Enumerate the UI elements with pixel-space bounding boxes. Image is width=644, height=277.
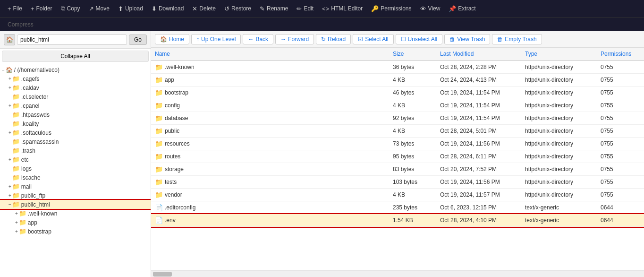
- copy-button[interactable]: ⧉ Copy: [57, 3, 84, 14]
- go-button[interactable]: Go: [129, 35, 147, 45]
- expand-cpanel-icon[interactable]: +: [8, 103, 11, 108]
- folder-row-icon: 📁: [155, 89, 163, 96]
- tree-item-htpasswds[interactable]: 📁 .htpasswds: [0, 110, 151, 119]
- file-name-label: vendor: [165, 191, 182, 198]
- cell-permissions: 0755: [597, 176, 644, 189]
- rename-button[interactable]: ✎ Rename: [256, 3, 292, 14]
- tree-item-root[interactable]: − 🏠 / (/home/nativeco): [0, 66, 151, 74]
- home-nav-button[interactable]: 🏠 Home: [155, 34, 189, 44]
- tree-item-caldav[interactable]: + 📁 .caldav: [0, 83, 151, 92]
- cell-size: 1.54 KB: [389, 214, 436, 227]
- cell-size: 95 bytes: [389, 150, 436, 163]
- tree-item-cagefs[interactable]: + 📁 .cagefs: [0, 74, 151, 83]
- col-size[interactable]: Size: [389, 48, 436, 61]
- expand-public-ftp-icon[interactable]: +: [8, 193, 11, 198]
- folder-icon: 📁: [12, 156, 20, 163]
- view-button[interactable]: 👁 View: [416, 3, 444, 14]
- view-icon: 👁: [420, 5, 426, 12]
- col-name[interactable]: Name: [151, 48, 389, 61]
- expand-well-known-sub-icon[interactable]: +: [15, 211, 18, 216]
- file-content: 🏠 Home ↑ Up One Level ← Back → Forward ↻…: [151, 31, 644, 277]
- main-toolbar: + File + Folder ⧉ Copy ↗ Move ⬆ Upload ⬇…: [0, 0, 644, 17]
- tree-item-logs[interactable]: 📁 logs: [0, 164, 151, 173]
- tree-item-cl-selector[interactable]: 📁 .cl.selector: [0, 92, 151, 101]
- compress-button[interactable]: Compress: [4, 19, 37, 30]
- expand-mail-icon[interactable]: +: [8, 184, 11, 189]
- table-row[interactable]: 📁 .well-known 36 bytes Oct 28, 2024, 2:2…: [151, 61, 644, 74]
- col-permissions[interactable]: Permissions: [597, 48, 644, 61]
- folder-row-icon: 📁: [155, 63, 163, 71]
- tree-item-bootstrap-sub[interactable]: + 📁 bootstrap: [0, 227, 151, 236]
- reload-button[interactable]: ↻ Reload: [316, 34, 351, 44]
- tree-item-cpanel[interactable]: + 📁 .cpanel: [0, 101, 151, 110]
- folder-icon: 📁: [19, 228, 26, 235]
- folder-icon: 📁: [12, 93, 20, 100]
- extract-icon: 📌: [449, 5, 456, 12]
- collapse-all-button[interactable]: Collapse All: [2, 51, 149, 62]
- upload-button[interactable]: ⬆ Upload: [114, 3, 147, 14]
- table-row[interactable]: 📁 bootstrap 46 bytes Oct 19, 2024, 11:54…: [151, 87, 644, 99]
- view-trash-button[interactable]: 🗑 View Trash: [444, 34, 490, 44]
- tree-item-lscache[interactable]: 📁 lscache: [0, 173, 151, 182]
- tree-item-well-known-sub[interactable]: + 📁 .well-known: [0, 209, 151, 218]
- table-row[interactable]: 📁 tests 103 bytes Oct 19, 2024, 11:56 PM…: [151, 176, 644, 189]
- col-modified[interactable]: Last Modified: [436, 48, 521, 61]
- tree-item-public-html[interactable]: − 📁 public_html: [0, 200, 151, 209]
- table-row[interactable]: 📁 storage 83 bytes Oct 20, 2024, 7:52 PM…: [151, 163, 644, 176]
- html-editor-button[interactable]: <> HTML Editor: [318, 3, 366, 14]
- up-one-level-button[interactable]: ↑ Up One Level: [191, 34, 241, 44]
- edit-button[interactable]: ✏ Edit: [293, 3, 317, 14]
- table-row[interactable]: 📁 public 4 KB Oct 28, 2024, 5:01 PM http…: [151, 125, 644, 138]
- main-layout: 🏠 Go Collapse All − 🏠 / (/home/nativeco)…: [0, 31, 644, 277]
- sidebar-home-button[interactable]: 🏠: [4, 34, 15, 45]
- folder-icon: 📁: [12, 84, 20, 91]
- file-button[interactable]: + File: [4, 3, 26, 14]
- cell-type: httpd/unix-directory: [521, 163, 597, 176]
- tree-item-app-sub[interactable]: + 📁 app: [0, 218, 151, 227]
- expand-softaculous-icon[interactable]: +: [8, 130, 11, 135]
- expand-app-sub-icon[interactable]: +: [15, 220, 18, 225]
- table-row[interactable]: 📄 .env 1.54 KB Oct 28, 2024, 4:10 PM tex…: [151, 214, 644, 227]
- delete-button[interactable]: ✕ Delete: [188, 3, 220, 14]
- extract-button[interactable]: 📌 Extract: [445, 3, 479, 14]
- table-row[interactable]: 📁 resources 73 bytes Oct 19, 2024, 11:56…: [151, 138, 644, 150]
- table-row[interactable]: 📁 config 4 KB Oct 19, 2024, 11:54 PM htt…: [151, 99, 644, 112]
- expand-root-icon[interactable]: −: [2, 68, 5, 73]
- table-row[interactable]: 📄 .editorconfig 235 bytes Oct 6, 2023, 1…: [151, 201, 644, 214]
- path-input[interactable]: [17, 35, 127, 45]
- table-row[interactable]: 📁 routes 95 bytes Oct 28, 2024, 6:11 PM …: [151, 150, 644, 163]
- download-button[interactable]: ⬇ Download: [148, 3, 187, 14]
- select-all-button[interactable]: ☑ Select All: [353, 34, 393, 44]
- folder-button[interactable]: + Folder: [27, 3, 56, 14]
- cell-permissions: 0755: [597, 99, 644, 112]
- tree-item-softaculous[interactable]: + 📁 .softaculous: [0, 128, 151, 137]
- table-row[interactable]: 📁 database 92 bytes Oct 19, 2024, 11:54 …: [151, 112, 644, 125]
- restore-button[interactable]: ↺ Restore: [220, 3, 255, 14]
- folder-icon: 📁: [12, 75, 20, 82]
- back-icon: ←: [248, 36, 254, 43]
- tree-item-trash[interactable]: 📁 .trash: [0, 146, 151, 155]
- cell-size: 4 KB: [389, 125, 436, 138]
- tree-item-etc[interactable]: + 📁 etc: [0, 155, 151, 164]
- empty-trash-button[interactable]: 🗑 Empty Trash: [492, 34, 542, 44]
- table-row[interactable]: 📁 vendor 4 KB Oct 19, 2024, 11:57 PM htt…: [151, 189, 644, 201]
- move-button[interactable]: ↗ Move: [85, 3, 113, 14]
- expand-etc-icon[interactable]: +: [8, 157, 11, 162]
- horizontal-scrollbar[interactable]: [151, 270, 644, 277]
- expand-bootstrap-sub-icon[interactable]: +: [15, 229, 18, 234]
- cell-modified: Oct 19, 2024, 11:56 PM: [436, 176, 521, 189]
- tree-item-public-ftp[interactable]: + 📁 public_ftp: [0, 191, 151, 200]
- back-button[interactable]: ← Back: [243, 34, 273, 44]
- forward-button[interactable]: → Forward: [275, 34, 314, 44]
- table-row[interactable]: 📁 app 4 KB Oct 24, 2024, 4:13 PM httpd/u…: [151, 74, 644, 87]
- cell-type: httpd/unix-directory: [521, 74, 597, 87]
- tree-item-koality[interactable]: 📁 .koality: [0, 119, 151, 128]
- expand-caldav-icon[interactable]: +: [8, 85, 11, 90]
- permissions-button[interactable]: 🔑 Permissions: [367, 3, 415, 14]
- tree-item-mail[interactable]: + 📁 mail: [0, 182, 151, 191]
- unselect-all-button[interactable]: ☐ Unselect All: [396, 34, 443, 44]
- col-type[interactable]: Type: [521, 48, 597, 61]
- expand-public-html-icon[interactable]: −: [8, 202, 11, 207]
- expand-cagefs-icon[interactable]: +: [8, 76, 11, 81]
- tree-item-spamassassin[interactable]: 📁 .spamassassin: [0, 137, 151, 146]
